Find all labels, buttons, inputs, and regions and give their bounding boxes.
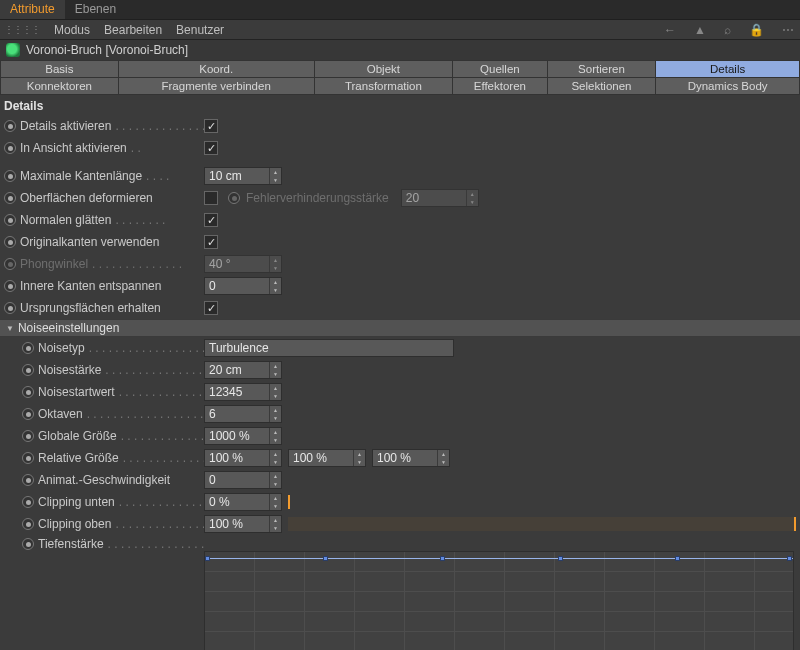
param-radio-icon bbox=[4, 258, 16, 270]
param-label: Noisestärke bbox=[38, 363, 101, 377]
param-radio-icon[interactable] bbox=[4, 192, 16, 204]
tab-objekt[interactable]: Objekt bbox=[314, 61, 452, 78]
spinner-icon[interactable] bbox=[269, 384, 281, 400]
param-label: Tiefenstärke bbox=[38, 537, 104, 551]
spinner-icon[interactable] bbox=[269, 278, 281, 294]
noisestaerke-input[interactable]: 20 cm bbox=[204, 361, 282, 379]
back-icon[interactable]: ← bbox=[662, 23, 678, 37]
param-radio-icon[interactable] bbox=[4, 214, 16, 226]
lock-icon[interactable]: 🔒 bbox=[747, 23, 766, 37]
param-radio-icon[interactable] bbox=[22, 342, 34, 354]
spinner-icon[interactable] bbox=[353, 450, 365, 466]
spinner-icon[interactable] bbox=[269, 516, 281, 532]
param-label: Fehlerverhinderungsstärke bbox=[246, 191, 389, 205]
param-label: Animat.-Geschwindigkeit bbox=[38, 473, 170, 487]
originalkanten-checkbox[interactable] bbox=[204, 235, 218, 249]
spinner-icon[interactable] bbox=[269, 450, 281, 466]
spinner-icon[interactable] bbox=[269, 406, 281, 422]
param-label: Clipping unten bbox=[38, 495, 115, 509]
param-label: Clipping oben bbox=[38, 517, 111, 531]
section-title: Details bbox=[0, 95, 800, 115]
param-radio-icon[interactable] bbox=[22, 386, 34, 398]
param-radio-icon[interactable] bbox=[4, 280, 16, 292]
param-radio-icon[interactable] bbox=[4, 302, 16, 314]
clipping-oben-slider[interactable] bbox=[288, 515, 796, 533]
anim-speed-input[interactable]: 0 bbox=[204, 471, 282, 489]
param-label: Innere Kanten entspannen bbox=[20, 279, 161, 293]
clipping-oben-input[interactable]: 100 % bbox=[204, 515, 282, 533]
param-label: Oberflächen deformieren bbox=[20, 191, 153, 205]
tab-dynamics[interactable]: Dynamics Body bbox=[656, 78, 800, 95]
noisestartwert-input[interactable]: 12345 bbox=[204, 383, 282, 401]
tab-sortieren[interactable]: Sortieren bbox=[547, 61, 656, 78]
tab-selektionen[interactable]: Selektionen bbox=[547, 78, 656, 95]
relative-groesse-y-input[interactable]: 100 % bbox=[288, 449, 366, 467]
param-radio-icon[interactable] bbox=[4, 120, 16, 132]
clipping-unten-input[interactable]: 0 % bbox=[204, 493, 282, 511]
relative-groesse-z-input[interactable]: 100 % bbox=[372, 449, 450, 467]
tab-koord[interactable]: Koord. bbox=[118, 61, 314, 78]
globale-groesse-input[interactable]: 1000 % bbox=[204, 427, 282, 445]
tab-attribute[interactable]: Attribute bbox=[0, 0, 65, 19]
param-label: Noisestartwert bbox=[38, 385, 115, 399]
spinner-icon[interactable] bbox=[269, 494, 281, 510]
relative-groesse-x-input[interactable]: 100 % bbox=[204, 449, 282, 467]
param-radio-icon[interactable] bbox=[22, 364, 34, 376]
up-arrow-icon[interactable]: ▲ bbox=[692, 23, 708, 37]
tiefenstaerke-graph[interactable]: 0.8 0.6 0.4 bbox=[204, 551, 794, 650]
param-label: Oktaven bbox=[38, 407, 83, 421]
tab-details[interactable]: Details bbox=[656, 61, 800, 78]
clipping-unten-slider[interactable] bbox=[288, 493, 796, 511]
tab-effektoren[interactable]: Effektoren bbox=[453, 78, 548, 95]
menu-modus[interactable]: Modus bbox=[54, 23, 90, 37]
param-label: Phongwinkel bbox=[20, 257, 88, 271]
tab-transformation[interactable]: Transformation bbox=[314, 78, 452, 95]
param-radio-icon[interactable] bbox=[4, 236, 16, 248]
oktaven-input[interactable]: 6 bbox=[204, 405, 282, 423]
param-label: In Ansicht aktivieren bbox=[20, 141, 127, 155]
tab-ebenen[interactable]: Ebenen bbox=[65, 0, 126, 19]
param-radio-icon[interactable] bbox=[4, 142, 16, 154]
tab-fragmente[interactable]: Fragmente verbinden bbox=[118, 78, 314, 95]
spinner-icon[interactable] bbox=[269, 428, 281, 444]
param-radio-icon bbox=[228, 192, 240, 204]
max-kantenlaenge-input[interactable]: 10 cm bbox=[204, 167, 282, 185]
tab-quellen[interactable]: Quellen bbox=[453, 61, 548, 78]
oberflaechen-deformieren-checkbox[interactable] bbox=[204, 191, 218, 205]
param-radio-icon[interactable] bbox=[22, 452, 34, 464]
search-icon[interactable]: ⌕ bbox=[722, 23, 733, 37]
menu-benutzer[interactable]: Benutzer bbox=[176, 23, 224, 37]
param-radio-icon[interactable] bbox=[22, 538, 34, 550]
spinner-icon[interactable] bbox=[269, 472, 281, 488]
spinner-icon[interactable] bbox=[437, 450, 449, 466]
details-aktivieren-checkbox[interactable] bbox=[204, 119, 218, 133]
ursprung-checkbox[interactable] bbox=[204, 301, 218, 315]
ansicht-aktivieren-checkbox[interactable] bbox=[204, 141, 218, 155]
attribute-tabs: Basis Koord. Objekt Quellen Sortieren De… bbox=[0, 60, 800, 95]
innere-kanten-input[interactable]: 0 bbox=[204, 277, 282, 295]
param-radio-icon[interactable] bbox=[22, 518, 34, 530]
noise-group-header[interactable]: ▼ Noiseeinstellungen bbox=[0, 319, 800, 337]
menu-bearbeiten[interactable]: Bearbeiten bbox=[104, 23, 162, 37]
normalen-glaetten-checkbox[interactable] bbox=[204, 213, 218, 227]
spinner-icon[interactable] bbox=[269, 362, 281, 378]
param-label: Globale Größe bbox=[38, 429, 117, 443]
disclosure-triangle-icon: ▼ bbox=[6, 324, 14, 333]
spinner-icon bbox=[466, 190, 478, 206]
param-radio-icon[interactable] bbox=[22, 496, 34, 508]
param-label: Relative Größe bbox=[38, 451, 119, 465]
more-icon[interactable]: ⋯ bbox=[780, 23, 796, 37]
param-radio-icon[interactable] bbox=[22, 430, 34, 442]
param-radio-icon[interactable] bbox=[22, 408, 34, 420]
param-radio-icon[interactable] bbox=[4, 170, 16, 182]
param-radio-icon[interactable] bbox=[22, 474, 34, 486]
tab-konnektoren[interactable]: Konnektoren bbox=[1, 78, 119, 95]
param-label: Noisetyp bbox=[38, 341, 85, 355]
grip-icon: ⋮⋮⋮⋮ bbox=[4, 24, 40, 35]
tab-basis[interactable]: Basis bbox=[1, 61, 119, 78]
voronoi-icon bbox=[6, 43, 20, 57]
spinner-icon[interactable] bbox=[269, 168, 281, 184]
noisetyp-combo[interactable]: Turbulence bbox=[204, 339, 454, 357]
noise-group-title: Noiseeinstellungen bbox=[18, 321, 119, 335]
param-label: Maximale Kantenlänge bbox=[20, 169, 142, 183]
